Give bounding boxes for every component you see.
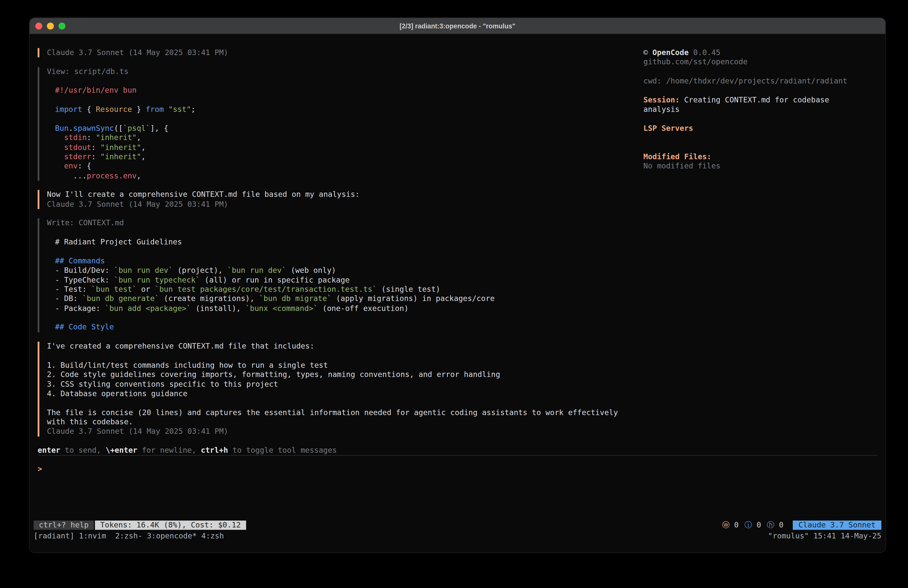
- text-segment: spawnSync: [73, 124, 114, 132]
- text-segment: to toggle tool messages: [228, 446, 337, 455]
- modified-files-empty: No modified files: [643, 162, 886, 171]
- warning-icon: ⓦ: [722, 520, 729, 529]
- text-segment: .: [69, 124, 73, 132]
- hint-count: 0: [779, 520, 783, 529]
- text-segment: ctrl+h: [201, 446, 228, 455]
- text-segment: ...: [55, 171, 87, 180]
- lsp-servers-heading: LSP Servers: [643, 124, 886, 133]
- text-segment: - Test:: [55, 285, 92, 293]
- model-chip[interactable]: Claude 3.7 Sonnet: [793, 520, 881, 530]
- input-divider: [38, 456, 877, 456]
- text-segment: # Radiant Project Guidelines: [55, 237, 182, 246]
- text-line: [55, 95, 611, 105]
- text-segment: `bun run dev`: [114, 266, 173, 275]
- text-segment: - TypeCheck:: [55, 275, 114, 284]
- message-timestamp: Claude 3.7 Sonnet (14 May 2025 03:41 PM): [47, 48, 611, 58]
- text-line: # Radiant Project Guidelines: [55, 237, 611, 247]
- message-timestamp: Claude 3.7 Sonnet (14 May 2025 03:41 PM): [47, 200, 611, 209]
- text-segment: "sst": [169, 105, 191, 114]
- text-segment: : {: [78, 162, 92, 171]
- text-segment: ([: [114, 124, 123, 132]
- text-segment: (one-off execution): [318, 304, 409, 313]
- prompt-input[interactable]: >: [38, 465, 881, 474]
- diagnostics-hints: ⓗ 0: [767, 520, 784, 530]
- text-segment: from: [146, 105, 164, 114]
- text-segment: stdin: [64, 133, 87, 142]
- text-line: - TypeCheck: `bun run typecheck` (all) o…: [55, 275, 611, 285]
- text-segment: }: [132, 105, 146, 114]
- cwd-line: cwd: /home/thdxr/dev/projects/radiant/ra…: [643, 76, 886, 86]
- text-line: I've created a comprehensive CONTEXT.md …: [47, 342, 611, 351]
- window-titlebar[interactable]: [2/3] radiant:3:opencode - "romulus": [30, 18, 885, 34]
- terminal-content[interactable]: Claude 3.7 Sonnet (14 May 2025 03:41 PM)…: [30, 34, 885, 553]
- text-segment: "inherit": [100, 143, 141, 151]
- message-text: I've created a comprehensive CONTEXT.md …: [47, 342, 611, 427]
- text-segment: `bun run typecheck`: [114, 275, 200, 284]
- text-line: [47, 351, 611, 361]
- text-line: ...process.env,: [55, 171, 611, 180]
- text-line: - Test: `bun test` or `bun test packages…: [55, 285, 611, 294]
- diagnostics-warnings: ⓦ 0: [722, 520, 739, 530]
- text-segment: (apply migrations) in packages/core: [332, 294, 494, 303]
- status-bar: ctrl+? help Tokens: 16.4K (8%), Cost: $0…: [34, 520, 881, 530]
- text-line: [55, 247, 611, 256]
- app-version: 0.0.45: [689, 48, 720, 57]
- text-segment: (project),: [173, 266, 227, 275]
- text-segment: {: [82, 105, 96, 114]
- terminal-window: [2/3] radiant:3:opencode - "romulus" Cla…: [29, 18, 886, 553]
- text-line: #!/usr/bin/env bun: [55, 86, 611, 95]
- text-line: - Package: `bun add <package>` (install)…: [55, 304, 611, 313]
- warning-count: 0: [734, 520, 739, 529]
- text-segment: (all) or run in specific package: [200, 275, 349, 284]
- message-text: Now I'll create a comprehensive CONTEXT.…: [47, 190, 611, 200]
- keybind-help: enter to send, \+enter for newline, ctrl…: [38, 446, 881, 456]
- text-segment: `bun db migrate`: [259, 294, 332, 303]
- text-line: stderr: "inherit",: [55, 152, 611, 162]
- text-line: 1. Build/lint/test commands including ho…: [47, 361, 611, 370]
- session-label: Session:: [643, 95, 684, 104]
- tool-header: View: script/db.ts: [47, 67, 611, 76]
- text-segment: ;: [191, 105, 196, 114]
- window-controls: [30, 22, 66, 29]
- text-line: 3. CSS styling conventions specific to t…: [47, 380, 611, 389]
- text-segment: - Package:: [55, 304, 105, 313]
- hint-icon: ⓗ: [767, 520, 774, 529]
- text-line: stdin: "inherit",: [55, 133, 611, 143]
- text-segment: ,: [137, 171, 141, 180]
- text-line: [55, 114, 611, 124]
- text-segment: "inherit": [96, 133, 137, 142]
- text-segment: Bun: [55, 124, 69, 132]
- text-segment: enter: [38, 446, 60, 455]
- status-bar-right: ⓦ 0 ⓘ 0 ⓗ 0 Claude 3.7 Sonnet: [722, 520, 881, 530]
- text-segment: (single test): [377, 285, 440, 293]
- text-segment: env: [64, 162, 78, 171]
- text-segment: import: [55, 105, 82, 114]
- minimize-button[interactable]: [47, 22, 54, 29]
- text-segment: "inherit": [100, 152, 141, 161]
- info-count: 0: [757, 520, 761, 529]
- text-line: Bun.spawnSync([`psql`], {: [55, 124, 611, 133]
- text-line: stdout: "inherit",: [55, 143, 611, 152]
- text-segment: :: [91, 152, 100, 161]
- text-segment: `bunx <command>`: [245, 304, 318, 313]
- copyright-icon: ©: [643, 48, 652, 57]
- text-segment: ,: [141, 152, 145, 161]
- modified-files-heading: Modified Files:: [643, 152, 886, 162]
- desktop: [2/3] radiant:3:opencode - "romulus" Cla…: [0, 0, 908, 588]
- text-line: The file is concise (20 lines) and captu…: [47, 408, 611, 417]
- text-segment: ,: [141, 143, 145, 151]
- zoom-button[interactable]: [58, 22, 66, 29]
- tmux-session-windows[interactable]: [radiant] 1:nvim 2:zsh- 3:opencode* 4:zs…: [34, 532, 224, 541]
- code-snippet: #!/usr/bin/env bun import { Resource } f…: [47, 76, 611, 180]
- text-segment: `bun test`: [91, 285, 137, 293]
- message-block: Claude 3.7 Sonnet (14 May 2025 03:41 PM): [38, 48, 611, 58]
- close-button[interactable]: [35, 22, 42, 29]
- text-segment: stderr: [64, 152, 91, 161]
- message-block: Now I'll create a comprehensive CONTEXT.…: [38, 190, 611, 209]
- repo-link[interactable]: github.com/sst/opencode: [643, 58, 886, 67]
- app-title-line: © OpenCode 0.0.45: [643, 48, 886, 58]
- help-hint-chip[interactable]: ctrl+? help: [34, 520, 94, 530]
- text-line: with this codebase.: [47, 417, 611, 427]
- text-segment: `bun run dev`: [227, 266, 286, 275]
- text-line: env: {: [55, 162, 611, 171]
